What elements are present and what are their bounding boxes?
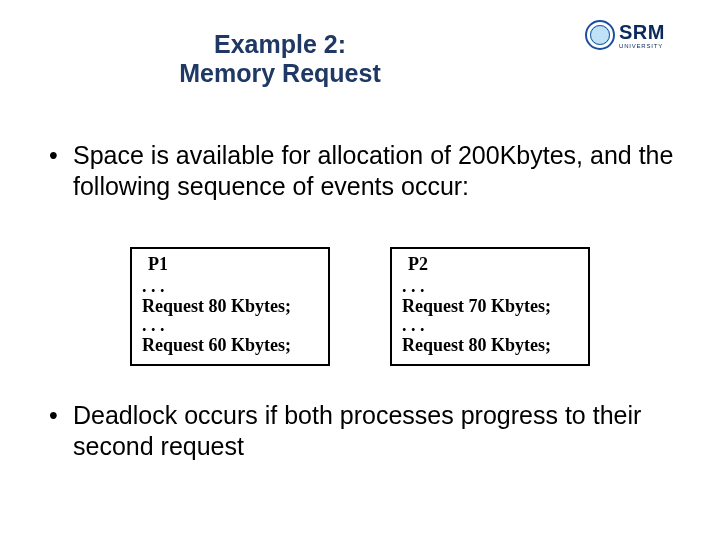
bullet-conclusion: Deadlock occurs if both processes progre… <box>45 400 693 463</box>
process-box-p1: P1 . . . Request 80 Kbytes; . . . Reques… <box>130 247 330 366</box>
process-line: . . . <box>142 277 318 297</box>
slide-title: Example 2: Memory Request <box>110 30 450 88</box>
brand-logo: SRM UNIVERSITY <box>585 14 690 56</box>
process-line: . . . <box>402 316 578 336</box>
process-boxes: P1 . . . Request 80 Kbytes; . . . Reques… <box>0 247 720 366</box>
process-line: . . . <box>142 316 318 336</box>
slide: SRM UNIVERSITY Example 2: Memory Request… <box>0 0 720 540</box>
title-line-1: Example 2: <box>110 30 450 59</box>
process-box-p2: P2 . . . Request 70 Kbytes; . . . Reques… <box>390 247 590 366</box>
logo-sub-text: UNIVERSITY <box>619 43 665 49</box>
logo-main-text: SRM <box>619 22 665 42</box>
process-line: Request 70 Kbytes; <box>402 297 578 317</box>
process-line: Request 80 Kbytes; <box>142 297 318 317</box>
process-line: Request 60 Kbytes; <box>142 336 318 356</box>
title-line-2: Memory Request <box>110 59 450 88</box>
logo-text: SRM UNIVERSITY <box>619 22 665 49</box>
process-line: Request 80 Kbytes; <box>402 336 578 356</box>
process-line: . . . <box>402 277 578 297</box>
process-name: P1 <box>142 255 318 277</box>
bullet-intro: Space is available for allocation of 200… <box>45 140 693 203</box>
process-name: P2 <box>402 255 578 277</box>
logo-seal-icon <box>585 20 615 50</box>
